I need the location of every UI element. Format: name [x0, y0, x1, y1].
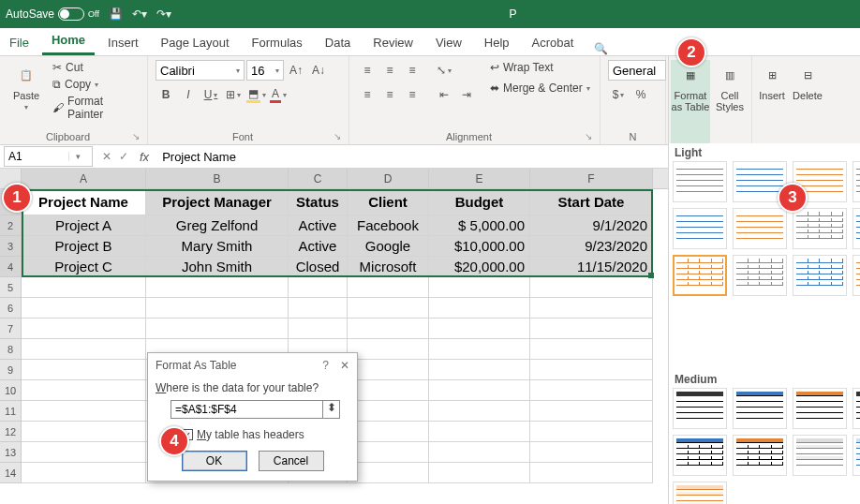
name-box-input[interactable] — [5, 150, 68, 163]
percent-button[interactable]: % — [630, 84, 651, 105]
insert-cells-button[interactable]: ⊞ Insert — [754, 60, 790, 144]
paste-button[interactable]: 📋 Paste ▾ — [7, 60, 45, 111]
autosave-toggle[interactable]: AutoSave Off — [6, 7, 99, 21]
table-style-thumb[interactable] — [733, 255, 787, 296]
table-style-thumb[interactable] — [853, 435, 860, 476]
row-header[interactable]: 8 — [0, 339, 22, 360]
col-header[interactable]: D — [348, 169, 429, 189]
cell[interactable]: Greg Zelfond — [146, 215, 289, 236]
bold-button[interactable]: B — [156, 84, 176, 105]
cell-styles-button[interactable]: ▥ Cell Styles — [710, 60, 749, 144]
tell-me-search-icon[interactable]: 🔍 — [594, 42, 608, 55]
number-format-combo[interactable]: General — [608, 60, 666, 81]
cut-button[interactable]: ✂Cut — [51, 60, 140, 75]
row-header[interactable]: 2 — [0, 215, 22, 236]
cell[interactable]: Project A — [22, 215, 146, 236]
cell[interactable]: Start Date — [530, 189, 653, 215]
table-style-thumb-selected[interactable] — [673, 255, 727, 296]
table-style-thumb[interactable] — [793, 208, 847, 249]
table-style-thumb[interactable] — [673, 161, 727, 202]
row-header[interactable]: 7 — [0, 319, 22, 339]
row-header[interactable]: 6 — [0, 298, 22, 319]
align-bottom-icon[interactable]: ≡ — [402, 60, 423, 81]
collapse-dialog-icon[interactable]: ⬍ — [323, 400, 340, 419]
align-center-icon[interactable]: ≡ — [379, 84, 400, 105]
orientation-icon[interactable]: ⤡ — [434, 60, 454, 81]
redo-icon[interactable]: ↷▾ — [156, 7, 171, 21]
cell[interactable]: Mary Smith — [146, 236, 289, 257]
cell[interactable]: Closed — [289, 257, 348, 277]
table-style-thumb[interactable] — [853, 388, 860, 429]
align-left-icon[interactable]: ≡ — [357, 84, 378, 105]
table-style-thumb[interactable] — [673, 482, 727, 504]
col-header[interactable]: C — [289, 169, 348, 189]
table-style-thumb[interactable] — [853, 208, 860, 249]
name-box[interactable]: ▾ — [4, 146, 93, 167]
cancel-formula-icon[interactable]: ✕ — [102, 150, 111, 164]
align-right-icon[interactable]: ≡ — [402, 84, 423, 105]
table-style-thumb[interactable] — [673, 435, 727, 476]
format-painter-button[interactable]: 🖌Format Painter — [51, 94, 140, 122]
range-input[interactable] — [171, 400, 323, 419]
decrease-font-icon[interactable]: A↓ — [308, 60, 329, 81]
save-icon[interactable]: 💾 — [109, 7, 123, 21]
undo-icon[interactable]: ↶▾ — [132, 7, 147, 21]
tab-page-layout[interactable]: Page Layout — [152, 30, 239, 55]
cell[interactable]: Microsoft — [348, 257, 429, 277]
row-header[interactable]: 14 — [0, 463, 22, 483]
cell[interactable]: 9/23/2020 — [530, 236, 653, 257]
cell[interactable]: 9/1/2020 — [530, 215, 653, 236]
table-style-thumb[interactable] — [853, 161, 860, 202]
tab-view[interactable]: View — [426, 30, 471, 55]
table-style-thumb[interactable] — [673, 388, 727, 429]
cell[interactable]: Budget — [429, 189, 530, 215]
tab-insert[interactable]: Insert — [98, 30, 148, 55]
cell[interactable]: Project C — [22, 257, 146, 277]
cell[interactable]: Active — [289, 215, 348, 236]
font-color-button[interactable]: A — [268, 84, 289, 105]
fx-icon[interactable]: fx — [140, 150, 149, 164]
fill-color-button[interactable]: ⬒ — [245, 84, 266, 105]
dialog-launcher-icon[interactable]: ↘ — [334, 131, 341, 141]
align-top-icon[interactable]: ≡ — [357, 60, 378, 81]
format-as-table-button[interactable]: ▦ Format as Table — [671, 60, 710, 144]
cell[interactable]: $20,000.00 — [429, 257, 530, 277]
increase-indent-icon[interactable]: ⇥ — [456, 84, 477, 105]
enter-formula-icon[interactable]: ✓ — [119, 150, 128, 164]
row-header[interactable]: 10 — [0, 380, 22, 401]
font-name-combo[interactable]: Calibri▾ — [156, 60, 245, 81]
table-style-thumb[interactable] — [853, 255, 860, 296]
currency-button[interactable]: $ — [608, 84, 629, 105]
delete-cells-button[interactable]: ⊟ Delete — [790, 60, 825, 144]
dialog-launcher-icon[interactable]: ↘ — [585, 131, 592, 141]
tab-help[interactable]: Help — [475, 30, 519, 55]
tab-formulas[interactable]: Formulas — [243, 30, 312, 55]
table-style-thumb[interactable] — [673, 208, 727, 249]
help-icon[interactable]: ? — [322, 359, 329, 372]
row-header[interactable]: 9 — [0, 360, 22, 380]
col-header[interactable]: B — [146, 169, 289, 189]
row-header[interactable]: 5 — [0, 277, 22, 298]
tab-data[interactable]: Data — [316, 30, 360, 55]
close-icon[interactable]: ✕ — [340, 359, 349, 372]
decrease-indent-icon[interactable]: ⇤ — [434, 84, 454, 105]
table-style-thumb[interactable] — [793, 435, 847, 476]
col-header[interactable]: F — [530, 169, 653, 189]
row-header[interactable]: 11 — [0, 401, 22, 422]
cell[interactable]: Status — [289, 189, 348, 215]
ok-button[interactable]: OK — [182, 451, 247, 471]
chevron-down-icon[interactable]: ▾ — [68, 152, 87, 161]
cell[interactable]: Client — [348, 189, 429, 215]
table-style-thumb[interactable] — [793, 255, 847, 296]
borders-button[interactable]: ⊞ — [223, 84, 244, 105]
copy-button[interactable]: ⧉Copy▾ — [51, 77, 140, 92]
row-header[interactable]: 4 — [0, 257, 22, 277]
cell[interactable]: Project Name — [22, 189, 146, 215]
cell[interactable]: John Smith — [146, 257, 289, 277]
cell[interactable]: 11/15/2020 — [530, 257, 653, 277]
row-header[interactable]: 12 — [0, 422, 22, 442]
row-header[interactable]: 3 — [0, 236, 22, 257]
wrap-text-button[interactable]: ↩Wrap Text — [488, 60, 592, 75]
tab-home[interactable]: Home — [42, 27, 95, 55]
cell[interactable]: $ 5,000.00 — [429, 215, 530, 236]
